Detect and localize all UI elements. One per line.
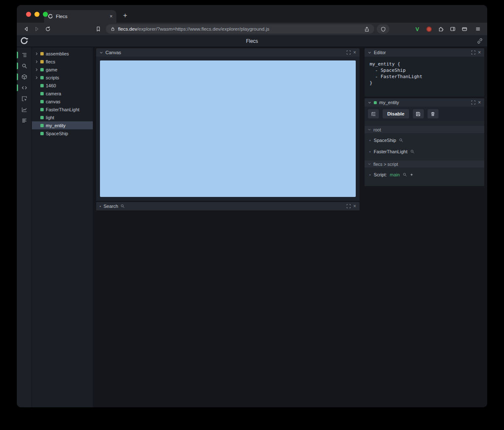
search-icon[interactable] [399, 138, 403, 142]
code-line: - SpaceShip [370, 67, 479, 73]
editor-panel: Editor × my_entity { - SpaceShip - Faste… [365, 48, 484, 97]
stats-panel-icon[interactable] [17, 104, 32, 115]
close-icon[interactable]: × [478, 50, 481, 55]
entity-square-icon [40, 60, 44, 63]
flecs-logo-icon [20, 37, 28, 45]
expand-icon[interactable] [346, 204, 351, 208]
code-panel-icon[interactable] [17, 82, 32, 93]
code-editor[interactable]: my_entity { - SpaceShip - FasterThanLigh… [365, 57, 484, 97]
extensions-puzzle-icon[interactable] [436, 24, 446, 34]
address-bar[interactable]: flecs.dev/explorer/?wasm=https://www.fle… [106, 24, 374, 34]
entity-square-icon [40, 76, 44, 79]
code-line: my_entity { [370, 61, 479, 67]
tree-panel-icon[interactable] [17, 50, 32, 60]
bookmark-icon[interactable] [93, 24, 103, 34]
link-icon[interactable] [477, 38, 483, 44]
panel-title: Canvas [105, 50, 121, 55]
chevron-down-icon[interactable] [368, 101, 371, 104]
inspector-toolbar: Disable [365, 107, 484, 121]
component-row: • SpaceShip [365, 134, 484, 146]
lock-icon [110, 26, 115, 31]
tree-item-my-entity[interactable]: my_entity [32, 121, 93, 129]
inspector-content: root • SpaceShip • FasterThanLight [365, 121, 484, 186]
search-icon[interactable] [403, 173, 407, 177]
close-icon[interactable]: × [353, 203, 356, 209]
code-line: } [370, 80, 479, 86]
new-tab-button[interactable]: + [120, 10, 131, 21]
bullet-icon: • [369, 138, 371, 143]
inspector-panel-header: my_entity × [365, 98, 484, 107]
render-canvas[interactable] [100, 60, 356, 197]
editor-panel-header: Editor × [365, 48, 484, 57]
tree-item-assemblies[interactable]: assemblies [32, 50, 93, 58]
app-title: Flecs [17, 38, 487, 44]
chevron-right-icon [35, 60, 38, 63]
entity-square-icon [40, 132, 44, 135]
wallet-icon[interactable] [459, 24, 470, 34]
search-panel-header: • Search × [96, 202, 360, 210]
tree-item-spaceship[interactable]: SpaceShip [32, 129, 93, 137]
side-panel-icon[interactable] [447, 24, 458, 34]
entity-square-icon [40, 52, 44, 55]
expand-icon[interactable] [471, 100, 475, 105]
tree-item-1460[interactable]: 1460 [32, 81, 93, 89]
tree-item-scripts[interactable]: scripts [32, 73, 93, 81]
canvas-panel: Canvas × [96, 48, 360, 201]
tree-item-fasterthanlight[interactable]: FasterThanLight [32, 105, 93, 113]
section-header-root[interactable]: root [365, 126, 484, 133]
adblock-extension-icon[interactable] [424, 24, 434, 34]
tab-title: Flecs [56, 14, 107, 19]
forward-button[interactable] [32, 24, 42, 34]
close-window-button[interactable] [26, 12, 31, 17]
save-button[interactable] [413, 109, 424, 118]
back-button[interactable] [21, 24, 31, 34]
sparkle-icon[interactable] [410, 173, 413, 176]
entity-tree-panel: assemblies flecs game scripts [32, 47, 93, 407]
section-header-flecs-script[interactable]: flecs > script [365, 160, 484, 168]
expand-icon[interactable] [471, 50, 475, 55]
tree-view-button[interactable] [368, 109, 379, 118]
app-header: Flecs [17, 35, 487, 47]
list-panel-icon[interactable] [17, 115, 32, 126]
reload-button[interactable] [43, 24, 53, 34]
extensions-group: V [412, 24, 470, 34]
right-column: Editor × my_entity { - SpaceShip - Faste… [363, 47, 487, 407]
minimize-window-button[interactable] [34, 12, 39, 17]
close-icon[interactable]: × [478, 100, 481, 105]
panel-title: Editor [374, 50, 386, 55]
tree-item-game[interactable]: game [32, 66, 93, 73]
chevron-down-icon [368, 128, 371, 131]
zoom-window-button[interactable] [43, 12, 48, 17]
chevron-down-icon[interactable] [368, 51, 371, 54]
canvas-panel-header: Canvas × [96, 48, 360, 57]
chevron-right-icon [35, 68, 38, 71]
shield-icon[interactable] [377, 24, 389, 34]
vimium-extension-icon[interactable]: V [412, 24, 423, 34]
browser-window: Flecs × + flecs.dev/explorer/?wasm=https… [17, 5, 487, 407]
chevron-down-icon[interactable] [100, 51, 103, 54]
icon-sidebar [17, 47, 32, 407]
entity-square-icon [40, 108, 44, 111]
share-icon[interactable] [364, 26, 370, 32]
tree-item-flecs[interactable]: flecs [32, 58, 93, 66]
tab-close-icon[interactable]: × [110, 13, 113, 19]
flecs-app: Flecs [17, 35, 487, 407]
menu-icon[interactable] [473, 24, 483, 34]
expand-icon[interactable] [346, 50, 351, 55]
cube-panel-icon[interactable] [17, 71, 32, 82]
entity-square-icon [40, 124, 44, 127]
collapsed-dot-icon[interactable]: • [100, 204, 101, 209]
active-indicator [17, 63, 18, 69]
disable-button[interactable]: Disable [383, 109, 409, 118]
search-panel: • Search × [96, 202, 360, 210]
close-icon[interactable]: × [353, 50, 356, 55]
entity-square-icon [40, 68, 44, 71]
tree-item-light[interactable]: light [32, 113, 93, 121]
inspector-panel-icon[interactable] [17, 93, 32, 104]
browser-tab[interactable]: Flecs × [44, 10, 116, 23]
tree-item-camera[interactable]: camera [32, 89, 93, 97]
delete-button[interactable] [428, 109, 438, 118]
search-icon[interactable] [410, 149, 415, 154]
search-panel-icon[interactable] [17, 60, 32, 71]
tree-item-canvas[interactable]: canvas [32, 97, 93, 105]
